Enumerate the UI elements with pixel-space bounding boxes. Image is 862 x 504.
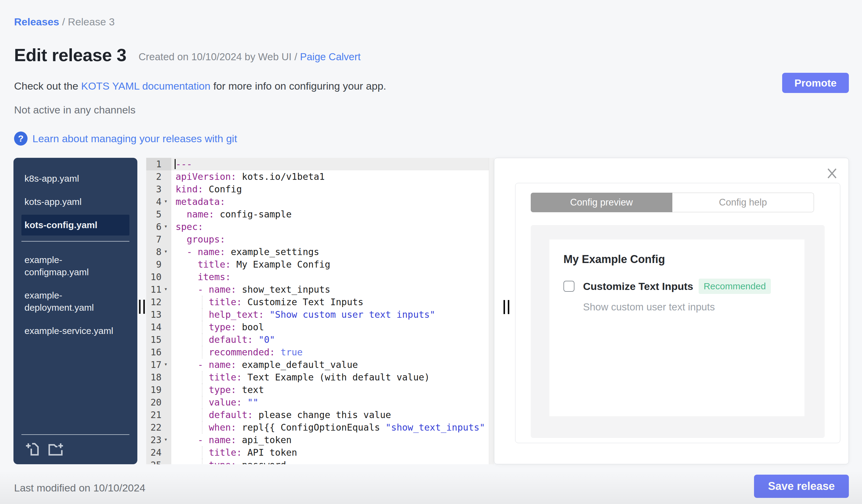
file-item[interactable]: kots-app.yaml — [22, 191, 129, 212]
line-number: 8▾ — [146, 246, 171, 258]
line-number: 24 — [146, 446, 171, 459]
config-group-card: My Example Config Customize Text Inputs … — [549, 239, 805, 416]
file-sidebar: k8s-app.yamlkots-app.yamlkots-config.yam… — [13, 158, 138, 464]
breadcrumb-separator: / — [59, 16, 68, 27]
code-line[interactable]: 24 title: API token — [146, 446, 494, 459]
promote-button[interactable]: Promote — [782, 73, 849, 93]
title-row: Edit release 3 Created on 10/10/2024 by … — [14, 45, 361, 65]
line-number: 25 — [146, 459, 171, 464]
resize-handle-right[interactable] — [504, 300, 509, 314]
fold-arrow-icon[interactable]: ▾ — [161, 245, 170, 257]
code-line[interactable]: 18 title: Text Example (with default val… — [146, 371, 494, 384]
line-number: 4▾ — [146, 196, 171, 208]
page-title: Edit release 3 — [14, 45, 126, 65]
code-line[interactable]: 11▾ - name: show_text_inputs — [146, 283, 494, 296]
new-file-icon — [25, 442, 39, 457]
config-item-label: Customize Text Inputs — [583, 280, 693, 292]
author-link[interactable]: Paige Calvert — [300, 51, 361, 62]
code-line[interactable]: 4▾metadata: — [146, 196, 494, 208]
config-item-help-text: Show custom user text inputs — [583, 301, 791, 313]
fold-arrow-icon[interactable]: ▾ — [161, 433, 170, 446]
line-number: 2 — [146, 170, 171, 183]
docs-prefix: Check out the — [14, 80, 81, 92]
fold-arrow-icon[interactable]: ▾ — [161, 220, 170, 233]
help-icon: ? — [14, 132, 27, 146]
code-line[interactable]: 6▾spec: — [146, 221, 494, 233]
file-list-divider — [22, 241, 129, 242]
code-line[interactable]: 1--- — [146, 158, 494, 170]
code-line[interactable]: 2apiVersion: kots.io/v1beta1 — [146, 170, 494, 183]
code-editor[interactable]: 1---2apiVersion: kots.io/v1beta13kind: C… — [146, 158, 494, 464]
code-line[interactable]: 20 value: "" — [146, 396, 494, 409]
line-number: 18 — [146, 371, 171, 384]
line-number: 6▾ — [146, 221, 171, 233]
line-number: 10 — [146, 271, 171, 283]
line-number: 3 — [146, 183, 171, 196]
code-line[interactable]: 5 name: config-sample — [146, 208, 494, 221]
code-line[interactable]: 10 items: — [146, 271, 494, 283]
tab-config-help[interactable]: Config help — [672, 193, 814, 212]
git-help-link[interactable]: Learn about managing your releases with … — [32, 133, 237, 145]
sidebar-bottom-bar — [22, 434, 129, 464]
code-line[interactable]: 9 title: My Example Config — [146, 258, 494, 271]
line-number: 9 — [146, 258, 171, 271]
new-folder-button[interactable] — [48, 442, 64, 457]
file-item[interactable]: example-configmap.yaml — [22, 250, 129, 282]
breadcrumb-releases-link[interactable]: Releases — [14, 16, 59, 27]
created-text: Created on 10/10/2024 by Web UI / Paige … — [139, 51, 361, 65]
preview-content-area: My Example Config Customize Text Inputs … — [531, 225, 825, 438]
tab-config-preview[interactable]: Config preview — [531, 193, 672, 212]
code-line[interactable]: 15 default: "0" — [146, 333, 494, 346]
code-line[interactable]: 13 help_text: "Show custom user text inp… — [146, 308, 494, 321]
breadcrumb: Releases / Release 3 — [14, 16, 115, 28]
channel-status: Not active in any channels — [14, 104, 135, 116]
code-line[interactable]: 23▾ - name: api_token — [146, 434, 494, 446]
close-button[interactable] — [826, 168, 837, 180]
code-line[interactable]: 12 title: Customize Text Inputs — [146, 296, 494, 308]
file-item[interactable]: k8s-app.yaml — [22, 168, 129, 189]
checkbox[interactable] — [563, 281, 574, 292]
sidebar-editor-gap — [138, 158, 146, 464]
save-release-button[interactable]: Save release — [754, 475, 849, 498]
code-line[interactable]: 3kind: Config — [146, 183, 494, 196]
release-editor: k8s-app.yamlkots-app.yamlkots-config.yam… — [13, 158, 849, 464]
code-line[interactable]: 7 groups: — [146, 233, 494, 246]
line-number: 21 — [146, 409, 171, 421]
line-number: 7 — [146, 233, 171, 246]
line-number: 13 — [146, 308, 171, 321]
fold-arrow-icon[interactable]: ▾ — [161, 358, 170, 370]
file-item[interactable]: kots-config.yaml — [22, 215, 129, 236]
line-number: 22 — [146, 421, 171, 434]
code-lines: 1---2apiVersion: kots.io/v1beta13kind: C… — [146, 158, 494, 464]
created-prefix: Created on 10/10/2024 by Web UI / — [139, 51, 300, 62]
file-item[interactable]: example-service.yaml — [22, 320, 129, 341]
code-line[interactable]: 16 recommended: true — [146, 346, 494, 358]
code-line[interactable]: 17▾ - name: example_default_value — [146, 358, 494, 371]
code-line[interactable]: 22 when: repl{{ ConfigOptionEquals "show… — [146, 421, 494, 434]
config-group-title: My Example Config — [563, 253, 791, 266]
code-line[interactable]: 19 type: text — [146, 384, 494, 396]
git-help-row: ? Learn about managing your releases wit… — [14, 132, 237, 146]
file-item[interactable]: example-deployment.yaml — [22, 285, 129, 318]
code-line[interactable]: 25 type: password — [146, 459, 494, 464]
line-number: 15 — [146, 333, 171, 346]
resize-handle-left[interactable] — [139, 300, 145, 314]
preview-card: Config previewConfig help My Example Con… — [515, 183, 840, 443]
recommended-badge: Recommended — [698, 279, 771, 294]
config-item-row: Customize Text Inputs Recommended — [563, 279, 791, 294]
fold-arrow-icon[interactable]: ▾ — [161, 195, 170, 207]
line-number: 12 — [146, 296, 171, 308]
new-file-button[interactable] — [25, 442, 39, 457]
code-line[interactable]: 21 default: please change this value — [146, 409, 494, 421]
text-cursor — [175, 159, 175, 169]
new-folder-icon — [48, 442, 64, 457]
fold-arrow-icon[interactable]: ▾ — [161, 282, 170, 295]
close-icon — [826, 175, 837, 180]
code-line[interactable]: 8▾ - name: example_settings — [146, 246, 494, 258]
line-number: 1 — [146, 158, 171, 170]
code-line[interactable]: 14 type: bool — [146, 321, 494, 333]
breadcrumb-current: Release 3 — [68, 16, 115, 27]
docs-text: Check out the KOTS YAML documentation fo… — [14, 80, 386, 92]
line-number: 20 — [146, 396, 171, 409]
kots-docs-link[interactable]: KOTS YAML documentation — [81, 80, 210, 92]
